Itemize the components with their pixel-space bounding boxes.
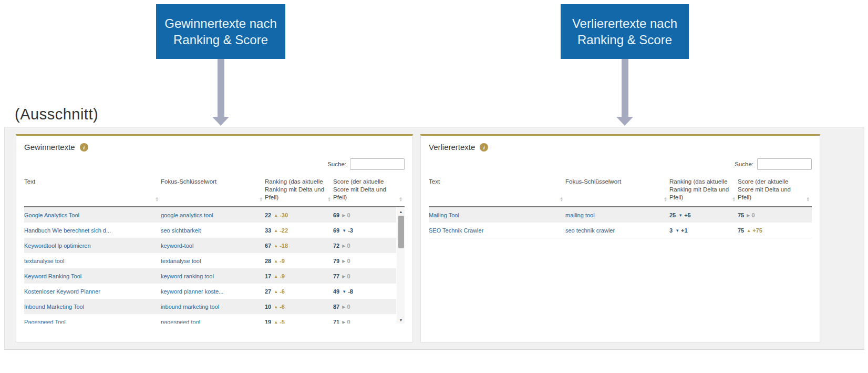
keyword-cell: google analytics tool	[161, 212, 265, 218]
scrollbar-down-button[interactable]: ▼	[397, 317, 405, 324]
score-value: 77▶0	[333, 273, 350, 279]
callout-gewinnertexte: Gewinnertexte nach Ranking & Score	[156, 4, 285, 59]
dashboard-board: Gewinnertexte i Suche: Text▲▼ Fokus-Schl…	[4, 127, 864, 350]
panel-header: Gewinnertexte i	[16, 136, 412, 152]
keyword-cell: keyword ranking tool	[161, 273, 265, 279]
keyword-link[interactable]: seo sichtbarkeit	[161, 227, 201, 234]
sort-icon: ▲▼	[807, 196, 810, 201]
text-link[interactable]: Inbound Marketing Tool	[24, 304, 84, 310]
keyword-link[interactable]: pagespeed tool	[161, 319, 200, 324]
keyword-cell: inbound marketing tool	[161, 304, 265, 310]
text-cell: Kostenloser Keyword Planner	[24, 288, 161, 295]
sort-icon: ▲▼	[399, 196, 402, 201]
panel-title: Verlierertexte	[429, 143, 475, 152]
score-value: 69▼-3	[333, 227, 353, 234]
table-header-row: Text▲▼ Fokus-Schlüsselwort▲▼ Ranking (da…	[421, 170, 820, 206]
keyword-cell: keyword planner koste...	[161, 288, 265, 295]
table-row: SEO Technik Crawlerseo technik crawler3▼…	[429, 223, 812, 238]
down-triangle-icon: ▼	[675, 228, 679, 233]
ranking-value: 22▲-30	[265, 212, 288, 218]
table-row: textanalyse tooltextanalyse tool28▲-979▶…	[24, 253, 396, 268]
text-link[interactable]: Handbuch Wie berechnet sich d...	[24, 227, 111, 234]
keyword-link[interactable]: textanalyse tool	[161, 258, 201, 264]
ranking-value: 27▲-6	[265, 288, 285, 295]
arrow-down-icon	[212, 59, 229, 126]
score-cell: 72▶0	[333, 243, 396, 249]
ranking-cell: 33▲-22	[265, 227, 333, 234]
text-link[interactable]: Kostenloser Keyword Planner	[24, 288, 100, 295]
ranking-value: 17▲-9	[265, 273, 285, 279]
score-cell: 71▶0	[333, 319, 396, 324]
keyword-link[interactable]: keyword-tool	[161, 243, 193, 249]
text-link[interactable]: Keywordtool lp optimieren	[24, 243, 91, 249]
text-link[interactable]: Keyword Ranking Tool	[24, 273, 81, 279]
score-value: 49▼-8	[333, 288, 353, 295]
text-link[interactable]: Mailing Tool	[429, 212, 459, 218]
scrollbar[interactable]: ▲ ▼	[397, 208, 405, 324]
ranking-cell: 25▼+5	[669, 212, 738, 218]
up-triangle-icon: ▲	[274, 213, 278, 218]
scrollbar-thumb[interactable]	[398, 216, 404, 248]
keyword-link[interactable]: mailing tool	[565, 212, 595, 218]
ranking-value: 33▲-22	[265, 227, 288, 234]
column-header-text[interactable]: Text▲▼	[24, 178, 161, 206]
table-header-row: Text▲▼ Fokus-Schlüsselwort▲▼ Ranking (da…	[16, 170, 412, 206]
caption-ausschnitt: (Ausschnitt)	[15, 106, 98, 123]
sort-icon: ▲▼	[732, 196, 736, 201]
column-header-ranking[interactable]: Ranking (das aktuelle Ranking mit Delta …	[265, 178, 333, 206]
text-link[interactable]: SEO Technik Crawler	[429, 227, 483, 234]
text-cell: Google Analytics Tool	[24, 212, 161, 218]
info-icon[interactable]: i	[480, 143, 488, 152]
text-cell: Pagespeed Tool	[24, 319, 161, 324]
up-triangle-icon: ▲	[274, 305, 278, 309]
scrollbar-up-button[interactable]: ▲	[397, 208, 405, 215]
table-body-wrap: Google Analytics Toolgoogle analytics to…	[24, 206, 405, 324]
text-cell: Keywordtool lp optimieren	[24, 243, 161, 249]
up-triangle-icon: ▲	[274, 320, 278, 324]
keyword-link[interactable]: inbound marketing tool	[161, 304, 219, 310]
keyword-cell: mailing tool	[565, 212, 669, 218]
ranking-value: 3▼+1	[669, 227, 688, 234]
ranking-cell: 67▲-18	[265, 243, 333, 249]
text-link[interactable]: textanalyse tool	[24, 258, 64, 264]
keyword-link[interactable]: google analytics tool	[161, 212, 213, 218]
score-cell: 49▼-8	[333, 288, 396, 295]
info-icon[interactable]: i	[80, 143, 88, 152]
keyword-link[interactable]: keyword planner koste...	[161, 288, 223, 295]
keyword-link[interactable]: keyword ranking tool	[161, 273, 214, 279]
ranking-value: 10▲-6	[265, 304, 285, 310]
column-header-score[interactable]: Score (der aktuelle Score mit Delta und …	[738, 178, 812, 206]
table-body-wrap: Mailing Toolmailing tool25▼+575▶0SEO Tec…	[429, 206, 812, 238]
table-row: Google Analytics Toolgoogle analytics to…	[24, 207, 396, 223]
sort-icon: ▲▼	[664, 196, 667, 201]
table-row: Pagespeed Toolpagespeed tool19▲-571▶0	[24, 314, 396, 324]
score-value: 69▶0	[333, 212, 350, 218]
column-header-keyword[interactable]: Fokus-Schlüsselwort▲▼	[565, 178, 669, 206]
keyword-link[interactable]: seo technik crawler	[565, 227, 615, 234]
score-cell: 79▶0	[333, 258, 396, 264]
keyword-cell: seo sichtbarkeit	[161, 227, 265, 234]
keyword-cell: textanalyse tool	[161, 258, 265, 264]
text-link[interactable]: Google Analytics Tool	[24, 212, 79, 218]
search-input[interactable]	[350, 158, 405, 170]
ranking-cell: 19▲-5	[265, 319, 333, 324]
down-triangle-icon: ▼	[342, 228, 346, 233]
right-triangle-icon: ▶	[342, 259, 345, 264]
page: { "caption": "(Ausschnitt)", "callouts":…	[0, 0, 868, 373]
ranking-cell: 22▲-30	[265, 212, 333, 218]
score-value: 87▶0	[333, 304, 350, 310]
table-row: Keyword Ranking Toolkeyword ranking tool…	[24, 268, 396, 284]
panel-header: Verlierertexte i	[421, 136, 820, 152]
score-cell: 75▲+75	[738, 227, 812, 234]
column-header-text[interactable]: Text▲▼	[429, 178, 565, 206]
arrow-shaft	[622, 59, 628, 117]
text-link[interactable]: Pagespeed Tool	[24, 319, 66, 324]
column-header-score[interactable]: Score (der aktuelle Score mit Delta und …	[333, 178, 405, 206]
column-header-keyword[interactable]: Fokus-Schlüsselwort▲▼	[161, 178, 265, 206]
ranking-cell: 27▲-6	[265, 288, 333, 295]
search-row: Suche:	[16, 152, 412, 170]
callout-verlierertexte: Verlierertexte nach Ranking & Score	[561, 4, 689, 59]
column-header-ranking[interactable]: Ranking (das aktuelle Ranking mit Delta …	[669, 178, 738, 206]
search-input[interactable]	[757, 158, 812, 170]
table-row: Mailing Toolmailing tool25▼+575▶0	[429, 207, 812, 223]
